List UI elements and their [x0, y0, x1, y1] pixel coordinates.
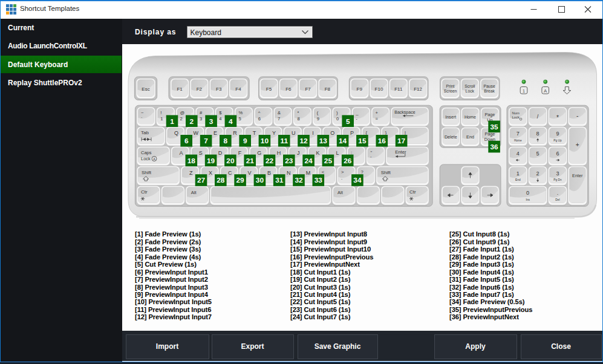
svg-text:30: 30	[256, 176, 264, 184]
svg-text:|: |	[405, 129, 406, 135]
svg-text:10: 10	[261, 137, 269, 145]
svg-text:D: D	[218, 150, 223, 156]
svg-text:Shift: Shift	[142, 169, 152, 175]
svg-text:Alt: Alt	[337, 189, 344, 195]
svg-text:1: 1	[517, 170, 520, 176]
svg-text:*: *	[297, 110, 299, 115]
svg-text:Delete: Delete	[445, 134, 457, 139]
svg-text:F4: F4	[235, 86, 241, 91]
svg-text:K: K	[316, 150, 320, 156]
svg-text:Pg Up: Pg Up	[553, 138, 562, 141]
svg-text:F1: F1	[177, 86, 183, 91]
svg-text:Lock: Lock	[141, 156, 151, 161]
svg-text:0: 0	[526, 190, 529, 196]
svg-text:^: ^	[258, 110, 261, 115]
svg-text:*: *	[556, 114, 559, 120]
svg-text:@: @	[180, 110, 185, 115]
svg-text:Del: Del	[555, 198, 559, 201]
svg-text:J: J	[297, 150, 300, 156]
svg-text:6: 6	[556, 151, 559, 157]
svg-text:2: 2	[190, 117, 194, 125]
svg-text:36: 36	[491, 143, 499, 151]
svg-text:7: 7	[204, 137, 208, 145]
svg-text:21: 21	[246, 156, 255, 164]
svg-text:1: 1	[160, 115, 163, 121]
svg-text:7: 7	[517, 131, 520, 137]
svg-text:14: 14	[339, 137, 347, 145]
svg-text:15: 15	[358, 137, 367, 145]
svg-text:23: 23	[285, 156, 293, 164]
svg-text:E: E	[213, 130, 217, 136]
svg-text:F11: F11	[394, 86, 403, 91]
svg-text:Lock: Lock	[466, 88, 475, 93]
svg-text:6: 6	[184, 137, 189, 145]
svg-text:=: =	[376, 115, 379, 121]
svg-text:Esc: Esc	[142, 86, 149, 91]
svg-text:End: End	[466, 134, 474, 139]
svg-text:F: F	[238, 150, 242, 156]
svg-text:C: C	[228, 169, 232, 175]
svg-text:26: 26	[344, 156, 352, 164]
svg-text:27: 27	[197, 176, 206, 184]
svg-text:29: 29	[236, 176, 245, 184]
svg-text:19: 19	[207, 156, 215, 164]
svg-text:L: L	[336, 150, 339, 156]
svg-text:2: 2	[536, 170, 539, 176]
svg-text:2: 2	[180, 115, 183, 121]
svg-text:5: 5	[239, 115, 241, 121]
svg-text:I: I	[312, 130, 314, 136]
svg-text:F10: F10	[375, 86, 383, 91]
svg-text:H: H	[277, 150, 281, 156]
svg-text:End: End	[515, 178, 521, 181]
svg-text:F5: F5	[266, 86, 272, 91]
svg-text:": "	[371, 149, 373, 155]
svg-text:Pause: Pause	[483, 83, 495, 88]
svg-text:+: +	[576, 141, 579, 148]
svg-text:U: U	[292, 130, 296, 136]
svg-text:22: 22	[266, 156, 274, 164]
svg-text:31: 31	[275, 176, 284, 184]
svg-text:S: S	[199, 150, 203, 156]
svg-text:W: W	[194, 130, 199, 136]
svg-text:Alt: Alt	[191, 189, 197, 195]
svg-text:3: 3	[209, 117, 213, 125]
svg-text:P: P	[350, 130, 354, 136]
svg-text:25: 25	[324, 156, 333, 164]
svg-text:4: 4	[229, 117, 233, 125]
svg-text:6: 6	[258, 115, 261, 121]
svg-text:-: -	[576, 112, 578, 119]
svg-text:5: 5	[346, 117, 350, 125]
svg-text:O: O	[330, 130, 334, 136]
svg-text:A: A	[544, 88, 547, 93]
svg-text:11: 11	[281, 137, 288, 145]
svg-text:Q: Q	[174, 130, 178, 136]
svg-text::: :	[351, 149, 352, 155]
svg-text:12: 12	[300, 137, 308, 145]
svg-text:N: N	[287, 169, 291, 175]
svg-text:F3: F3	[216, 86, 222, 91]
svg-text:~: ~	[141, 110, 144, 115]
svg-text:Y: Y	[272, 130, 276, 136]
svg-text:Enter: Enter	[395, 149, 406, 155]
svg-text:}: }	[385, 129, 387, 135]
svg-text:G: G	[257, 150, 261, 156]
svg-text:&: &	[278, 110, 281, 115]
svg-text:9: 9	[317, 115, 319, 121]
svg-text:.: .	[557, 190, 559, 196]
svg-text:13: 13	[319, 137, 328, 145]
svg-text:B: B	[267, 169, 271, 175]
svg-text:17: 17	[397, 137, 406, 145]
svg-text:Shift: Shift	[381, 169, 391, 175]
svg-text:28: 28	[217, 176, 225, 184]
svg-text:M: M	[306, 169, 311, 175]
svg-text:F12: F12	[414, 86, 422, 91]
svg-text:Print: Print	[446, 83, 455, 88]
svg-text:V: V	[248, 169, 252, 175]
svg-text:20: 20	[226, 156, 235, 164]
svg-text:34: 34	[353, 176, 362, 184]
svg-text:Caps: Caps	[141, 150, 152, 155]
svg-text:Enter: Enter	[572, 172, 583, 178]
svg-text:8: 8	[536, 131, 539, 137]
svg-text:Ins: Ins	[526, 198, 530, 201]
svg-text:32: 32	[295, 176, 303, 184]
